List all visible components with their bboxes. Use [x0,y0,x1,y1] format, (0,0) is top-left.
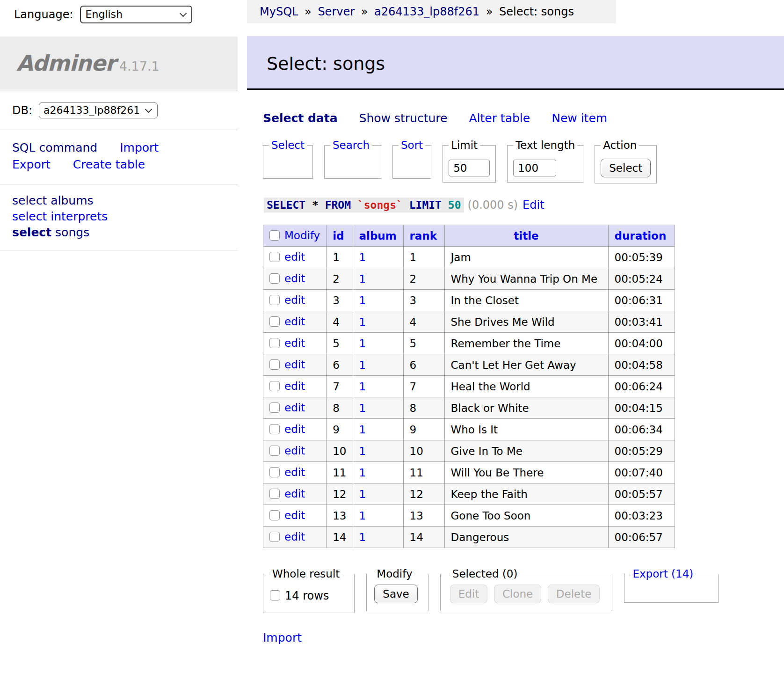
row-checkbox[interactable] [269,467,280,477]
album-link[interactable]: 1 [359,337,366,350]
cell-rank: 6 [403,354,444,376]
row-checkbox[interactable] [269,532,280,542]
sidebar-link-export[interactable]: Export [12,158,51,171]
row-checkbox[interactable] [269,403,280,413]
row-checkbox[interactable] [269,446,280,456]
row-edit-link[interactable]: edit [284,423,305,435]
album-link[interactable]: 1 [359,531,366,543]
album-link[interactable]: 1 [359,251,366,263]
album-link[interactable]: 1 [359,467,366,479]
table-verb-link[interactable]: select [12,194,47,207]
adminer-logo[interactable]: Adminer [16,51,116,76]
main-content: MySQL » Server » a264133_lp88f261 » Sele… [247,0,784,663]
row-edit-link[interactable]: edit [284,509,305,521]
sort-rank-link[interactable]: rank [410,230,437,242]
sort-id-link[interactable]: id [333,230,344,242]
row-edit-link[interactable]: edit [284,488,305,500]
cell-duration: 00:03:41 [608,311,675,333]
row-checkbox[interactable] [269,510,280,520]
row-checkbox[interactable] [269,316,280,327]
row-checkbox[interactable] [269,252,280,262]
sql-query: SELECT * FROM `songs` LIMIT 50 [264,198,464,212]
row-edit-link[interactable]: edit [284,402,305,414]
sort-title-link[interactable]: title [514,230,538,242]
row-edit-link[interactable]: edit [284,315,305,328]
album-link[interactable]: 1 [359,316,366,328]
row-edit-link[interactable]: edit [284,272,305,285]
modify-header-link[interactable]: Modify [284,229,320,242]
language-select[interactable]: English [80,6,192,23]
row-edit-link[interactable]: edit [284,531,305,543]
row-edit-link[interactable]: edit [284,251,305,263]
sidebar-link-sql-command[interactable]: SQL command [12,141,97,154]
sort-album-link[interactable]: album [359,230,397,242]
row-edit-link[interactable]: edit [284,337,305,349]
fieldset-select: Select [263,139,313,179]
import-link[interactable]: Import [263,631,302,644]
cell-title: Black or White [444,397,608,419]
album-link[interactable]: 1 [359,402,366,414]
db-select[interactable]: a264133_lp88f261 [39,102,158,118]
album-link[interactable]: 1 [359,381,366,393]
tab-select-data[interactable]: Select data [263,111,338,125]
table-row: edit 12 1 12 Keep the Faith 00:05:57 [263,483,675,505]
cell-duration: 00:05:24 [608,268,675,290]
album-link[interactable]: 1 [359,294,366,307]
tab-new-item[interactable]: New item [552,111,607,125]
limit-input[interactable] [449,160,490,176]
table-name-link[interactable]: albums [51,194,93,207]
row-checkbox[interactable] [269,295,280,305]
row-checkbox[interactable] [269,359,280,370]
select-legend-link[interactable]: Select [271,139,305,151]
table-verb-link[interactable]: select [12,226,51,239]
action-select-button[interactable]: Select [601,159,651,177]
adminer-logo-box: Adminer4.17.1 [0,37,238,90]
breadcrumb-link-database[interactable]: a264133_lp88f261 [374,5,479,18]
selected-clone-button[interactable]: Clone [494,585,541,603]
language-select-wrapper: English [80,6,192,23]
selected-edit-button[interactable]: Edit [450,585,488,603]
row-edit-link[interactable]: edit [284,294,305,306]
whole-result-checkbox[interactable] [270,590,280,600]
row-checkbox[interactable] [269,381,280,391]
row-checkbox[interactable] [269,273,280,284]
row-edit-link[interactable]: edit [284,380,305,392]
export-legend-link[interactable]: Export (14) [632,568,693,580]
cell-album: 1 [353,505,403,527]
table-verb-link[interactable]: select [12,210,47,223]
cell-duration: 00:04:58 [608,354,675,376]
sort-legend-link[interactable]: Sort [401,139,423,151]
table-name-link[interactable]: interprets [51,210,108,223]
breadcrumb-link-server[interactable]: Server [318,5,355,18]
row-checkbox[interactable] [269,338,280,348]
tab-show-structure[interactable]: Show structure [359,111,448,125]
row-checkbox[interactable] [269,424,280,434]
selected-delete-button[interactable]: Delete [548,585,600,603]
album-link[interactable]: 1 [359,510,366,522]
sidebar-link-create-table[interactable]: Create table [73,158,145,171]
text-length-input[interactable] [513,160,556,176]
album-link[interactable]: 1 [359,273,366,285]
row-edit-link[interactable]: edit [284,466,305,478]
header-modify: Modify [263,225,327,247]
sidebar-link-import[interactable]: Import [120,141,159,154]
row-edit-link[interactable]: edit [284,445,305,457]
album-link[interactable]: 1 [359,359,366,371]
sidebar-actions: SQL commandImport ExportCreate table [0,130,238,184]
breadcrumb-link-mysql[interactable]: MySQL [260,5,298,18]
save-button[interactable]: Save [374,585,417,603]
sidebar-table-albums: select albums [12,193,238,209]
select-all-checkbox[interactable] [269,230,280,241]
result-footer: Whole result 14 rows Modify Save Selecte… [263,568,784,613]
search-legend-link[interactable]: Search [333,139,370,151]
tab-alter-table[interactable]: Alter table [469,111,530,125]
album-link[interactable]: 1 [359,445,366,457]
table-name-link[interactable]: songs [55,226,89,239]
album-link[interactable]: 1 [359,488,366,500]
album-link[interactable]: 1 [359,424,366,436]
fieldset-selected: Selected (0) Edit Clone Delete [440,568,613,611]
sql-edit-link[interactable]: Edit [523,198,544,212]
row-edit-link[interactable]: edit [284,359,305,371]
sort-duration-link[interactable]: duration [615,230,667,242]
row-checkbox[interactable] [269,489,280,499]
